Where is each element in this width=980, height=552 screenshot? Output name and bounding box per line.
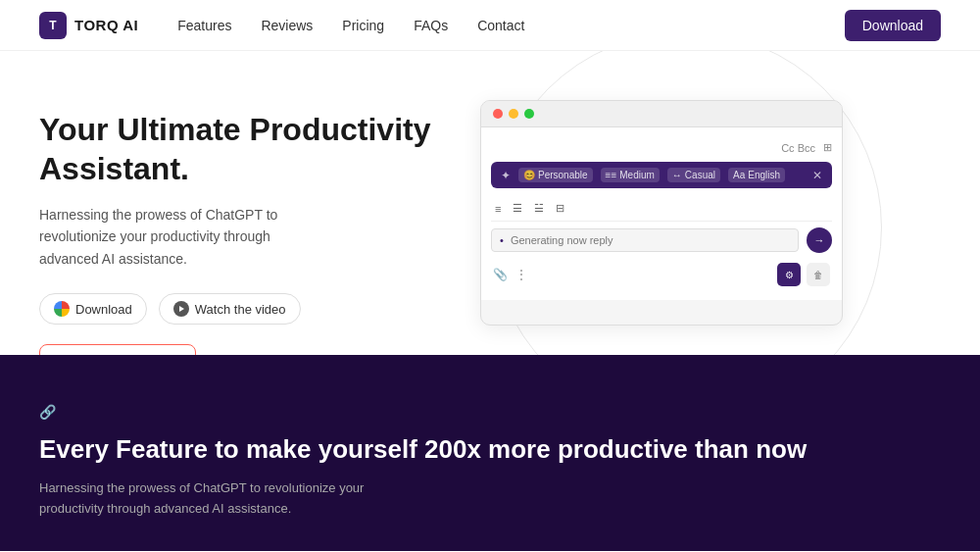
- window-titlebar: [481, 101, 842, 127]
- generating-input: • Generating now reply: [491, 228, 799, 252]
- ai-action-button[interactable]: ⚙: [777, 263, 801, 286]
- watch-video-button[interactable]: Watch the video: [159, 293, 301, 325]
- logo-area: T TORQ AI: [39, 12, 138, 39]
- tag-english: Aa English: [728, 168, 785, 182]
- section-title: Every Feature to make yourself 200x more…: [39, 433, 941, 467]
- app-preview: Cc Bcc ⊞ ✦ 😊 Personable ≡≡ Medium ↔ Casu…: [480, 100, 843, 326]
- hero-left: Your Ultimate Productivity Assistant. Ha…: [39, 100, 461, 355]
- format-list-ul[interactable]: ☰: [509, 200, 526, 217]
- more-options-icon[interactable]: ⋮: [515, 268, 527, 281]
- email-header: Cc Bcc ⊞: [491, 137, 832, 162]
- section-tag: 🔗: [39, 404, 941, 420]
- nav-reviews[interactable]: Reviews: [261, 18, 313, 33]
- play-icon: [173, 301, 189, 317]
- nav-pricing[interactable]: Pricing: [342, 18, 384, 33]
- ai-close-icon[interactable]: ✕: [812, 169, 822, 182]
- tag-personable: 😊 Personable: [518, 168, 593, 182]
- nav-features[interactable]: Features: [177, 18, 231, 33]
- chrome-icon: [54, 301, 70, 317]
- window-body: Cc Bcc ⊞ ✦ 😊 Personable ≡≡ Medium ↔ Casu…: [481, 127, 842, 300]
- logo-text: TORQ AI: [74, 17, 138, 33]
- format-list-ol[interactable]: ☱: [530, 200, 548, 217]
- dark-section: 🔗 Every Feature to make yourself 200x mo…: [0, 355, 980, 551]
- generating-row: • Generating now reply →: [491, 227, 832, 253]
- hero-title: Your Ultimate Productivity Assistant.: [39, 110, 461, 188]
- tag-medium: ≡≡ Medium: [601, 168, 660, 182]
- hero-right: Cc Bcc ⊞ ✦ 😊 Personable ≡≡ Medium ↔ Casu…: [461, 100, 941, 326]
- hero-subtitle: Harnessing the prowess of ChatGPT to rev…: [39, 204, 333, 270]
- dot-red: [493, 109, 503, 119]
- dot-yellow: [509, 109, 518, 119]
- hero-download-label: Download: [75, 302, 132, 317]
- toolbar-icon: ✦: [501, 169, 511, 182]
- logo-icon: T: [39, 12, 67, 39]
- hero-section: Your Ultimate Productivity Assistant. Ha…: [0, 51, 980, 355]
- watch-label: Watch the video: [195, 302, 286, 317]
- navbar: T TORQ AI Features Reviews Pricing FAQs …: [0, 0, 980, 51]
- generating-text: Generating now reply: [511, 234, 613, 246]
- generating-dot: •: [500, 234, 504, 246]
- dot-green: [524, 109, 534, 119]
- bottom-row: 📎 ⋮ ⚙ 🗑: [491, 259, 832, 290]
- hero-buttons: Download Watch the video: [39, 293, 461, 325]
- link-icon: 🔗: [39, 404, 56, 420]
- section-subtitle: Harnessing the prowess of ChatGPT to rev…: [39, 478, 431, 520]
- logo-symbol: T: [49, 19, 56, 32]
- format-align-left[interactable]: ≡: [491, 201, 505, 217]
- delete-button[interactable]: 🗑: [807, 263, 830, 286]
- editor-toolbar: ≡ ☰ ☱ ⊟: [491, 196, 832, 222]
- product-hunt-badge[interactable]: P FEATURED ON Product Hunt ▲ 68: [39, 344, 196, 355]
- nav-faqs[interactable]: FAQs: [414, 18, 448, 33]
- tag-casual: ↔ Casual: [667, 168, 720, 182]
- send-button[interactable]: →: [807, 227, 832, 253]
- format-indent[interactable]: ⊟: [552, 200, 568, 217]
- attach-file-icon[interactable]: 📎: [493, 268, 508, 281]
- ai-toolbar: ✦ 😊 Personable ≡≡ Medium ↔ Casual Aa Eng…: [491, 162, 832, 188]
- attach-icon: ⊞: [823, 141, 832, 154]
- nav-download-button[interactable]: Download: [845, 10, 941, 41]
- hero-download-button[interactable]: Download: [39, 293, 147, 325]
- cc-bcc-label: Cc Bcc: [781, 142, 815, 154]
- nav-links: Features Reviews Pricing FAQs Contact: [177, 18, 845, 33]
- nav-contact[interactable]: Contact: [477, 18, 524, 33]
- bottom-icons: 📎 ⋮: [493, 268, 527, 281]
